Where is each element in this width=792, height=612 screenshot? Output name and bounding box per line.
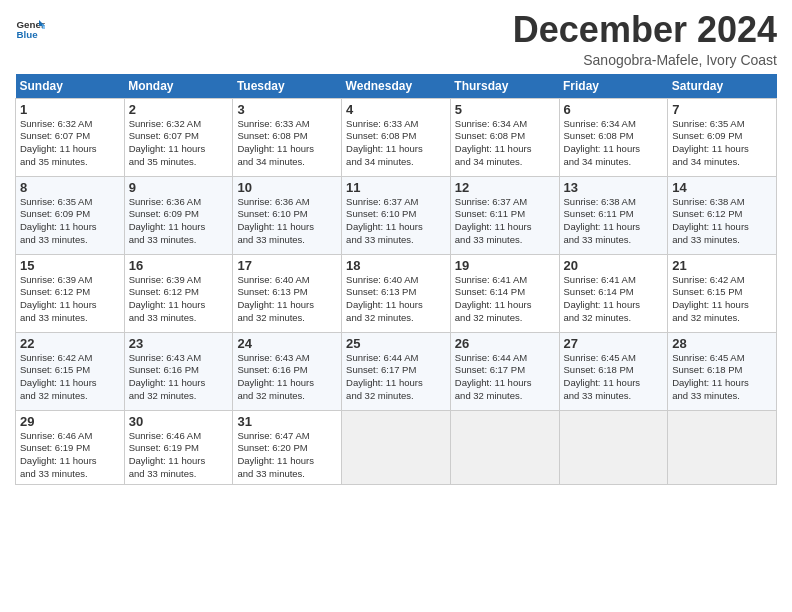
day-info: Sunrise: 6:32 AM Sunset: 6:07 PM Dayligh… [20,118,97,167]
calendar-cell: 19Sunrise: 6:41 AM Sunset: 6:14 PM Dayli… [450,254,559,332]
calendar-header-sunday: Sunday [16,74,125,99]
calendar-cell [559,410,668,484]
calendar-cell: 21Sunrise: 6:42 AM Sunset: 6:15 PM Dayli… [668,254,777,332]
calendar-week-2: 8Sunrise: 6:35 AM Sunset: 6:09 PM Daylig… [16,176,777,254]
day-info: Sunrise: 6:43 AM Sunset: 6:16 PM Dayligh… [129,352,206,401]
calendar-week-4: 22Sunrise: 6:42 AM Sunset: 6:15 PM Dayli… [16,332,777,410]
calendar-header-thursday: Thursday [450,74,559,99]
logo-icon: General Blue [15,14,45,44]
calendar-week-1: 1Sunrise: 6:32 AM Sunset: 6:07 PM Daylig… [16,98,777,176]
calendar-cell: 30Sunrise: 6:46 AM Sunset: 6:19 PM Dayli… [124,410,233,484]
calendar-cell: 10Sunrise: 6:36 AM Sunset: 6:10 PM Dayli… [233,176,342,254]
day-info: Sunrise: 6:41 AM Sunset: 6:14 PM Dayligh… [564,274,641,323]
day-info: Sunrise: 6:33 AM Sunset: 6:08 PM Dayligh… [346,118,423,167]
calendar-cell: 14Sunrise: 6:38 AM Sunset: 6:12 PM Dayli… [668,176,777,254]
day-number: 8 [20,180,120,195]
day-number: 25 [346,336,446,351]
day-number: 18 [346,258,446,273]
calendar-header-wednesday: Wednesday [342,74,451,99]
title-block: December 2024 Sanogobra-Mafele, Ivory Co… [513,10,777,68]
calendar-cell: 6Sunrise: 6:34 AM Sunset: 6:08 PM Daylig… [559,98,668,176]
day-info: Sunrise: 6:42 AM Sunset: 6:15 PM Dayligh… [20,352,97,401]
day-number: 4 [346,102,446,117]
day-info: Sunrise: 6:44 AM Sunset: 6:17 PM Dayligh… [455,352,532,401]
calendar-cell: 22Sunrise: 6:42 AM Sunset: 6:15 PM Dayli… [16,332,125,410]
calendar-week-5: 29Sunrise: 6:46 AM Sunset: 6:19 PM Dayli… [16,410,777,484]
calendar-cell: 20Sunrise: 6:41 AM Sunset: 6:14 PM Dayli… [559,254,668,332]
day-info: Sunrise: 6:41 AM Sunset: 6:14 PM Dayligh… [455,274,532,323]
calendar-cell: 3Sunrise: 6:33 AM Sunset: 6:08 PM Daylig… [233,98,342,176]
calendar-cell: 11Sunrise: 6:37 AM Sunset: 6:10 PM Dayli… [342,176,451,254]
calendar-cell [342,410,451,484]
day-number: 16 [129,258,229,273]
day-number: 2 [129,102,229,117]
svg-text:Blue: Blue [17,29,39,40]
day-info: Sunrise: 6:36 AM Sunset: 6:10 PM Dayligh… [237,196,314,245]
day-info: Sunrise: 6:35 AM Sunset: 6:09 PM Dayligh… [672,118,749,167]
day-number: 15 [20,258,120,273]
day-number: 31 [237,414,337,429]
page-container: General Blue December 2024 Sanogobra-Maf… [0,0,792,495]
calendar-cell: 28Sunrise: 6:45 AM Sunset: 6:18 PM Dayli… [668,332,777,410]
day-number: 27 [564,336,664,351]
calendar-cell [668,410,777,484]
day-info: Sunrise: 6:40 AM Sunset: 6:13 PM Dayligh… [346,274,423,323]
calendar-cell: 27Sunrise: 6:45 AM Sunset: 6:18 PM Dayli… [559,332,668,410]
day-info: Sunrise: 6:36 AM Sunset: 6:09 PM Dayligh… [129,196,206,245]
day-number: 23 [129,336,229,351]
day-info: Sunrise: 6:38 AM Sunset: 6:11 PM Dayligh… [564,196,641,245]
calendar-cell: 12Sunrise: 6:37 AM Sunset: 6:11 PM Dayli… [450,176,559,254]
day-number: 22 [20,336,120,351]
day-number: 1 [20,102,120,117]
day-info: Sunrise: 6:34 AM Sunset: 6:08 PM Dayligh… [564,118,641,167]
day-number: 6 [564,102,664,117]
day-number: 13 [564,180,664,195]
calendar-week-3: 15Sunrise: 6:39 AM Sunset: 6:12 PM Dayli… [16,254,777,332]
day-number: 12 [455,180,555,195]
day-info: Sunrise: 6:40 AM Sunset: 6:13 PM Dayligh… [237,274,314,323]
calendar-cell: 13Sunrise: 6:38 AM Sunset: 6:11 PM Dayli… [559,176,668,254]
day-info: Sunrise: 6:45 AM Sunset: 6:18 PM Dayligh… [672,352,749,401]
day-number: 29 [20,414,120,429]
day-number: 28 [672,336,772,351]
calendar-header-row: SundayMondayTuesdayWednesdayThursdayFrid… [16,74,777,99]
day-number: 9 [129,180,229,195]
day-info: Sunrise: 6:47 AM Sunset: 6:20 PM Dayligh… [237,430,314,479]
calendar-header-friday: Friday [559,74,668,99]
day-info: Sunrise: 6:45 AM Sunset: 6:18 PM Dayligh… [564,352,641,401]
calendar-header-tuesday: Tuesday [233,74,342,99]
day-info: Sunrise: 6:34 AM Sunset: 6:08 PM Dayligh… [455,118,532,167]
calendar-cell: 16Sunrise: 6:39 AM Sunset: 6:12 PM Dayli… [124,254,233,332]
calendar-cell: 29Sunrise: 6:46 AM Sunset: 6:19 PM Dayli… [16,410,125,484]
day-number: 14 [672,180,772,195]
calendar-cell: 23Sunrise: 6:43 AM Sunset: 6:16 PM Dayli… [124,332,233,410]
calendar-cell [450,410,559,484]
day-info: Sunrise: 6:46 AM Sunset: 6:19 PM Dayligh… [20,430,97,479]
day-number: 17 [237,258,337,273]
calendar-cell: 31Sunrise: 6:47 AM Sunset: 6:20 PM Dayli… [233,410,342,484]
header: General Blue December 2024 Sanogobra-Maf… [15,10,777,68]
day-info: Sunrise: 6:33 AM Sunset: 6:08 PM Dayligh… [237,118,314,167]
day-info: Sunrise: 6:46 AM Sunset: 6:19 PM Dayligh… [129,430,206,479]
month-title: December 2024 [513,10,777,50]
calendar-cell: 7Sunrise: 6:35 AM Sunset: 6:09 PM Daylig… [668,98,777,176]
calendar-body: 1Sunrise: 6:32 AM Sunset: 6:07 PM Daylig… [16,98,777,484]
day-number: 5 [455,102,555,117]
day-number: 3 [237,102,337,117]
day-number: 11 [346,180,446,195]
day-info: Sunrise: 6:35 AM Sunset: 6:09 PM Dayligh… [20,196,97,245]
day-info: Sunrise: 6:37 AM Sunset: 6:11 PM Dayligh… [455,196,532,245]
calendar-cell: 26Sunrise: 6:44 AM Sunset: 6:17 PM Dayli… [450,332,559,410]
day-number: 30 [129,414,229,429]
calendar-cell: 18Sunrise: 6:40 AM Sunset: 6:13 PM Dayli… [342,254,451,332]
day-info: Sunrise: 6:38 AM Sunset: 6:12 PM Dayligh… [672,196,749,245]
day-info: Sunrise: 6:43 AM Sunset: 6:16 PM Dayligh… [237,352,314,401]
day-number: 24 [237,336,337,351]
calendar-cell: 25Sunrise: 6:44 AM Sunset: 6:17 PM Dayli… [342,332,451,410]
day-info: Sunrise: 6:39 AM Sunset: 6:12 PM Dayligh… [129,274,206,323]
day-number: 10 [237,180,337,195]
day-number: 7 [672,102,772,117]
day-number: 20 [564,258,664,273]
calendar-table: SundayMondayTuesdayWednesdayThursdayFrid… [15,74,777,485]
day-number: 21 [672,258,772,273]
